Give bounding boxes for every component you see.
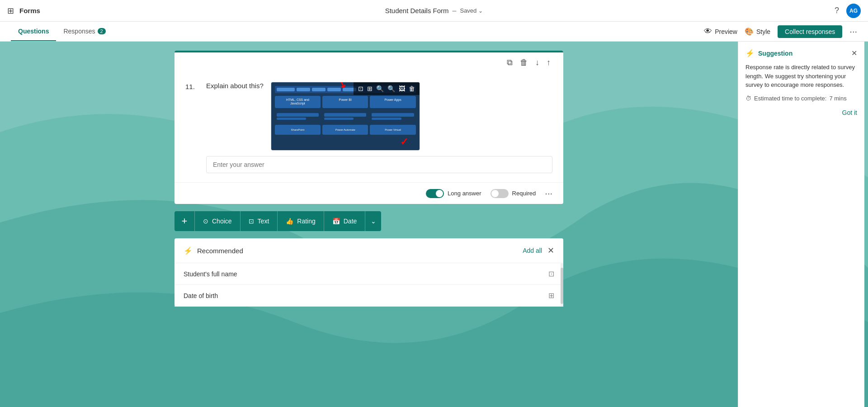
chevron-down-icon: ⌄ — [371, 218, 376, 225]
question-more-icon[interactable]: ··· — [545, 188, 552, 199]
avatar[interactable]: AG — [846, 4, 861, 18]
suggestion-panel: ⚡ Suggestion ✕ Response rate is directly… — [738, 42, 864, 407]
question-text: Explain about this? — [206, 82, 264, 90]
recommended-list: Student's full name ⊡ Date of birth ⊞ — [175, 263, 563, 307]
choice-icon: ⊙ — [203, 218, 208, 225]
question-footer: Long answer Required ··· — [175, 183, 563, 204]
recommended-header: ⚡ Recommended Add all ✕ — [175, 238, 563, 263]
tab-responses[interactable]: Responses 2 — [56, 22, 113, 41]
zoom-in-icon[interactable]: 🔍 — [387, 84, 396, 93]
topbar: ⊞ Forms Student Details Form – Saved ⌄ ?… — [0, 0, 868, 22]
question-image: ↘ ⊡ ⊞ 🔍 🔍 🖼 🗑 — [271, 82, 420, 151]
title-separator: – — [453, 7, 457, 15]
toolbar-expand-button[interactable]: ⌄ — [365, 211, 381, 231]
list-item[interactable]: Date of birth ⊞ — [175, 285, 563, 307]
close-suggestion-button[interactable]: ✕ — [851, 49, 857, 57]
expand-icon[interactable]: ⊞ — [366, 84, 373, 93]
scrollbar-thumb — [561, 268, 563, 304]
tabbar: Questions Responses 2 👁 Preview 🎨 Style … — [0, 22, 868, 42]
required-toggle-group: Required — [491, 189, 536, 198]
date-field-icon-1: ⊞ — [548, 291, 554, 300]
image-edit-icon[interactable]: 🖼 — [398, 84, 406, 93]
long-answer-toggle[interactable] — [426, 189, 444, 198]
question-11-block: 11. Explain about this? ↘ ⊡ ⊞ — [175, 73, 563, 183]
apps-icon[interactable]: ⊞ — [7, 6, 14, 16]
collect-responses-button[interactable]: Collect responses — [778, 25, 842, 38]
add-date-button[interactable]: 📅 Date — [324, 211, 365, 231]
long-answer-label: Long answer — [448, 190, 481, 197]
rec-item-text-0: Student's full name — [184, 270, 237, 278]
tab-questions[interactable]: Questions — [11, 22, 56, 41]
text-icon: ⊡ — [249, 218, 254, 225]
list-item[interactable]: Student's full name ⊡ — [175, 263, 563, 285]
content-area: ⧉ 🗑 ↓ ↑ 11. Explain about this? ↘ — [0, 42, 738, 407]
responses-badge: 2 — [98, 28, 106, 34]
suggestion-body: Response rate is directly related to sur… — [745, 63, 857, 90]
add-all-button[interactable]: Add all — [523, 247, 542, 254]
text-field-icon-0: ⊡ — [548, 270, 554, 278]
add-question-toolbar: + ⊙ Choice ⊡ Text 👍 Rating 📅 Date ⌄ — [175, 211, 563, 231]
more-options-icon[interactable]: ··· — [849, 26, 857, 37]
move-up-icon[interactable]: ↑ — [545, 56, 552, 69]
eye-icon: 👁 — [704, 27, 712, 36]
delete-icon[interactable]: 🗑 — [518, 56, 530, 69]
answer-input[interactable] — [206, 156, 552, 173]
add-text-button[interactable]: ⊡ Text — [240, 211, 278, 231]
image-toolbar: ⊡ ⊞ 🔍 🔍 🖼 🗑 — [354, 82, 420, 95]
image-delete-icon[interactable]: 🗑 — [408, 84, 416, 93]
clock-icon: ⏱ — [745, 95, 751, 102]
time-value: 7 mins — [829, 95, 846, 102]
question-number: 11. — [185, 83, 199, 90]
form-card: ⧉ 🗑 ↓ ↑ 11. Explain about this? ↘ — [175, 51, 563, 204]
preview-button[interactable]: 👁 Preview — [704, 27, 737, 36]
rec-item-text-1: Date of birth — [184, 292, 218, 299]
style-button[interactable]: 🎨 Style — [745, 27, 770, 36]
help-icon[interactable]: ? — [835, 6, 839, 15]
add-choice-button[interactable]: ⊙ Choice — [194, 211, 240, 231]
saved-status: Saved ⌄ — [460, 7, 483, 14]
time-label: Estimated time to complete: — [754, 95, 826, 102]
app-title: Forms — [19, 7, 40, 14]
required-label: Required — [512, 190, 536, 197]
long-answer-toggle-group: Long answer — [426, 189, 481, 198]
move-down-icon[interactable]: ↓ — [533, 56, 541, 69]
rating-icon: 👍 — [286, 218, 293, 225]
palette-icon: 🎨 — [745, 27, 754, 36]
recommended-card: ⚡ Recommended Add all ✕ Student's full n… — [175, 238, 563, 307]
date-icon: 📅 — [332, 218, 340, 225]
form-name[interactable]: Student Details Form — [385, 7, 449, 14]
copy-icon[interactable]: ⧉ — [505, 56, 514, 69]
zoom-out-icon[interactable]: 🔍 — [375, 84, 385, 93]
got-it-button[interactable]: Got it — [842, 109, 857, 116]
chevron-down-icon[interactable]: ⌄ — [478, 8, 483, 14]
form-title-area: Student Details Form – Saved ⌄ — [385, 7, 483, 15]
add-rating-button[interactable]: 👍 Rating — [277, 211, 323, 231]
checkmark-annotation: ✓ — [400, 136, 408, 148]
recommended-title: Recommended — [197, 247, 243, 255]
add-question-button[interactable]: + — [175, 211, 194, 231]
required-toggle[interactable] — [491, 189, 509, 198]
scrollbar[interactable] — [561, 263, 563, 307]
suggestion-lightning-icon: ⚡ — [745, 49, 755, 57]
fit-icon[interactable]: ⊡ — [357, 84, 364, 93]
question-actions: ⧉ 🗑 ↓ ↑ — [175, 52, 563, 73]
lightning-icon: ⚡ — [184, 246, 193, 255]
suggestion-time: ⏱ Estimated time to complete: 7 mins — [745, 95, 857, 102]
close-recommended-button[interactable]: ✕ — [547, 246, 554, 256]
suggestion-title-text: Suggestion — [758, 50, 793, 57]
